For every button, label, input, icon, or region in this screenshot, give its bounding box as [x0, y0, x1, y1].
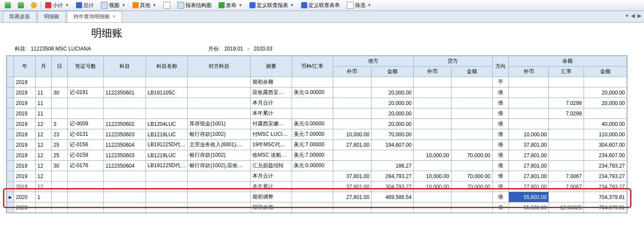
cell-d[interactable]: 23	[52, 129, 68, 140]
cell-m[interactable]: 12	[35, 129, 51, 140]
tab-明细账[interactable]: 明细账	[37, 11, 66, 22]
col-bal-fc[interactable]: 外币	[508, 67, 549, 77]
cell-cfc[interactable]	[414, 202, 451, 213]
toolbar-总计[interactable]: 总计	[73, 0, 97, 10]
cell-dfc[interactable]	[333, 150, 372, 161]
toolbar-icon[interactable]	[160, 0, 173, 10]
cell-summ[interactable]: 19年MSC代理…	[250, 140, 292, 150]
row-selector[interactable]	[7, 88, 14, 98]
row-selector[interactable]	[7, 202, 14, 213]
cell-camt[interactable]	[451, 119, 492, 129]
cell-sub[interactable]	[103, 108, 146, 119]
cell-y[interactable]: 2019	[14, 182, 35, 192]
cell-opp[interactable]	[188, 77, 250, 88]
cell-cur[interactable]	[292, 77, 333, 88]
cell-vno[interactable]	[68, 108, 103, 119]
cell-m[interactable]: 12	[35, 119, 51, 129]
cell-bfc[interactable]: 27,801.00	[508, 171, 549, 182]
close-icon[interactable]: ×	[113, 13, 116, 20]
cell-cfc[interactable]	[414, 192, 451, 202]
cell-sname[interactable]	[146, 108, 188, 119]
cell-opp[interactable]	[188, 98, 250, 108]
cell-sub[interactable]	[103, 171, 146, 182]
cell-cfc[interactable]: 10,000.00	[414, 171, 451, 182]
cell-m[interactable]	[35, 202, 51, 213]
cell-bamt[interactable]	[584, 108, 627, 119]
table-row[interactable]: 20191130记-01911122350601LB191105C应收露西安…美…	[7, 88, 627, 98]
cell-dir[interactable]: 借	[492, 119, 508, 129]
cell-camt[interactable]: 70,000.00	[451, 171, 492, 182]
cell-sname[interactable]: LB191225D代…	[146, 140, 188, 150]
cell-cfc[interactable]	[414, 98, 451, 108]
cell-camt[interactable]: 70,000.00	[451, 150, 492, 161]
cell-camt[interactable]	[451, 88, 492, 98]
cell-camt[interactable]	[451, 108, 492, 119]
cell-dfc[interactable]: 37,801.00	[333, 171, 372, 182]
cell-sname[interactable]	[146, 98, 188, 108]
cell-sub[interactable]: 1122350604	[103, 140, 146, 150]
cell-y[interactable]: 2020	[14, 202, 35, 213]
cell-dir[interactable]: 借	[492, 182, 508, 192]
toolbar-小计[interactable]: 小计▼	[42, 0, 72, 10]
toolbar-icon[interactable]	[2, 1, 14, 10]
row-selector[interactable]	[7, 171, 14, 182]
cell-opp[interactable]: 银行存款(1002)	[188, 150, 250, 161]
cell-cur[interactable]: 美元:7.00000	[292, 150, 333, 161]
toolbar-筛选[interactable]: 筛选▼	[344, 0, 375, 10]
toolbar-发布[interactable]: 发布▼	[216, 0, 246, 10]
cell-d[interactable]	[52, 98, 68, 108]
cell-damt[interactable]: 20,000.00	[372, 88, 414, 98]
cell-y[interactable]: 2019	[14, 129, 35, 140]
col-credit-fc[interactable]: 外币	[414, 67, 451, 77]
cell-y[interactable]: 2019	[14, 98, 35, 108]
row-selector[interactable]	[7, 119, 14, 129]
cell-m[interactable]: 12	[35, 150, 51, 161]
cell-dfc[interactable]	[333, 98, 372, 108]
cell-m[interactable]: 11	[35, 88, 51, 98]
cell-bfc[interactable]	[508, 119, 549, 129]
cell-y[interactable]: 2019	[14, 140, 35, 150]
cell-camt[interactable]	[451, 129, 492, 140]
col-month[interactable]: 月	[35, 56, 51, 77]
cell-cur[interactable]	[292, 202, 333, 213]
cell-m[interactable]: 1	[35, 192, 51, 202]
cell-summ[interactable]: 本月合计	[250, 171, 292, 182]
cell-opp[interactable]	[188, 192, 250, 202]
cell-vno[interactable]	[68, 202, 103, 213]
cell-m[interactable]: 11	[35, 108, 51, 119]
table-row[interactable]: 20191225记-01591122350603LB1219LUC银行存款(10…	[7, 150, 627, 161]
cell-sub[interactable]: 1122350602	[103, 119, 146, 129]
cell-cur[interactable]: 美元:7.00000	[292, 129, 333, 140]
cell-dfc[interactable]	[333, 202, 372, 213]
col-opp-subject[interactable]: 对方科目	[188, 56, 250, 77]
cell-vno[interactable]	[68, 98, 103, 108]
cell-cur[interactable]	[292, 108, 333, 119]
table-row[interactable]: 2020期初余额借55,602.0012.66825704,379.81	[7, 202, 627, 213]
col-credit[interactable]: 贷方	[414, 56, 492, 67]
cell-bamt[interactable]: 110,000.00	[584, 129, 627, 140]
row-selector[interactable]	[7, 77, 14, 88]
cell-camt[interactable]	[451, 202, 492, 213]
cell-cfc[interactable]: 10,000.00	[414, 150, 451, 161]
cell-summ[interactable]: 收MSC 送船…	[250, 150, 292, 161]
cell-cur[interactable]	[292, 171, 333, 182]
cell-y[interactable]: 2019	[14, 119, 35, 129]
cell-opp[interactable]: 银行存款(1002)	[188, 129, 250, 140]
row-selector[interactable]	[7, 182, 14, 192]
cell-cfc[interactable]	[414, 77, 451, 88]
cell-summ[interactable]: 本年累计	[250, 108, 292, 119]
cell-bamt[interactable]: 704,379.81	[584, 192, 627, 202]
row-selector[interactable]	[7, 129, 14, 140]
cell-sname[interactable]	[146, 182, 188, 192]
cell-summ[interactable]: 付MSC LUCIA…	[250, 129, 292, 140]
table-row[interactable]: 201912本年累计37,801.00304,793.2710,000.0070…	[7, 182, 627, 192]
cell-damt[interactable]: 186.27	[372, 161, 414, 171]
cell-summ[interactable]: 汇兑损益结转	[250, 161, 292, 171]
row-selector[interactable]	[7, 161, 14, 171]
cell-opp[interactable]	[188, 202, 250, 213]
cell-vno[interactable]	[68, 77, 103, 88]
cell-cur[interactable]	[292, 192, 333, 202]
cell-y[interactable]: 2019	[14, 150, 35, 161]
cell-vno[interactable]: 记-0176	[68, 161, 103, 171]
cell-brate[interactable]	[549, 77, 584, 88]
